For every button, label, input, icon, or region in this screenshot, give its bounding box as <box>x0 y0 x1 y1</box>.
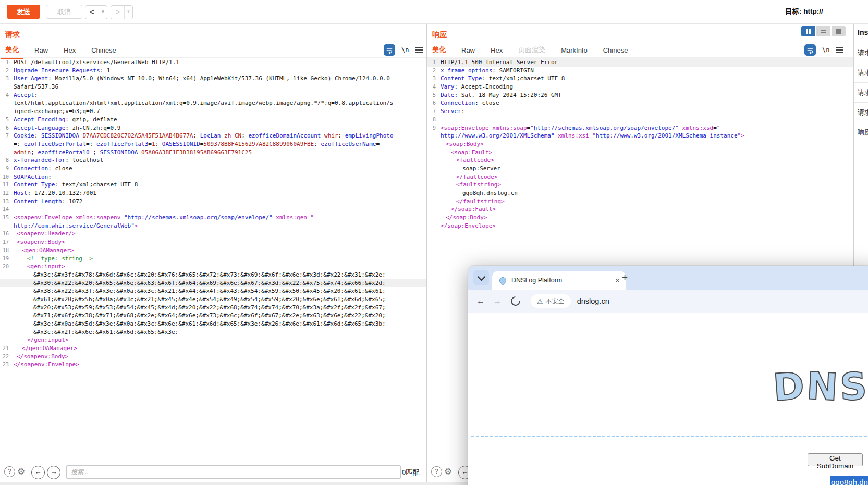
tab-Chinese[interactable]: Chinese <box>91 46 116 54</box>
code-line-wrap: &#x61;&#x20;&#x5b;&#x0a;&#x3c;&#x21;&#x4… <box>0 295 426 304</box>
next-match-button[interactable]: → <box>47 466 60 479</box>
code-line-wrap: </soap:Body> <box>427 214 853 222</box>
help-icon[interactable]: ? <box>431 466 442 477</box>
code-line-wrap: </soap:Envelope> <box>427 222 853 230</box>
inspector-row-2[interactable]: 请求 <box>854 63 868 82</box>
history-back-group: < ▼ <box>85 5 107 19</box>
code-line-1: 1HTTP/1.1 500 Internal Server Error <box>427 58 853 67</box>
search-input[interactable] <box>66 465 401 479</box>
chevron-down-icon <box>477 272 485 281</box>
tab-close-icon[interactable]: ✕ <box>615 277 620 284</box>
tab-Raw[interactable]: Raw <box>34 46 48 54</box>
history-forward-dropdown-icon[interactable]: ▼ <box>124 6 132 19</box>
code-line-4: 4Vary: Accept-Encoding <box>427 83 853 91</box>
code-line-5: 5Date: Sat, 18 May 2024 15:20:26 GMT <box>427 91 853 100</box>
code-line-wrap: http://com.whir.service/GeneralWeb"> <box>0 222 426 230</box>
code-line-19: 19<!--type: string--> <box>0 255 426 263</box>
tab-美化[interactable]: 美化 <box>5 45 19 55</box>
request-footer: ? ⚙ ← → 0匹配 <box>0 462 426 482</box>
match-count: 0匹配 <box>402 468 419 477</box>
tab-Raw[interactable]: Raw <box>461 46 475 54</box>
newline-toggle-icon[interactable]: \n <box>822 46 829 54</box>
dnslog-logo: DNSL <box>773 365 868 408</box>
selected-subdomain-text[interactable]: gqo8qh.dnslog.cn <box>830 476 868 485</box>
code-line-7: 7Server: <box>427 107 853 116</box>
newline-toggle-icon[interactable]: \n <box>401 46 409 54</box>
layout-split-horizontal-icon[interactable] <box>816 26 830 36</box>
browser-tab-dnslog[interactable]: DNSLog Platform ✕ <box>492 271 626 290</box>
code-line-6: 6Accept-Language: zh-CN,zh;q=0.9 <box>0 124 426 132</box>
code-line-wrap: &#x30;&#x22;&#x20;&#x65;&#x6e;&#x63;&#x6… <box>0 279 426 288</box>
settings-gear-icon[interactable]: ⚙ <box>17 466 25 477</box>
code-line-5: 5Accept-Encoding: gzip, deflate <box>0 116 426 124</box>
new-tab-button[interactable]: + <box>622 272 628 283</box>
code-line-8: 8x-forwarded-for: localhost <box>0 156 426 165</box>
code-line-wrap: http://www.w3.org/2001/XMLSchema" xmlns:… <box>427 132 853 140</box>
target-url-label: 目标: http:// <box>785 7 868 16</box>
menu-icon[interactable] <box>415 47 423 53</box>
inspector-title: Inspector <box>858 28 868 36</box>
code-line-22: 22</soapenv:Body> <box>0 353 426 361</box>
code-line-18: 18<gen:OAManager> <box>0 246 426 255</box>
dashed-divider <box>471 436 868 437</box>
browser-window: DNSLog Platform ✕ + ← → ⚠ 不安全 dnslog.cn … <box>468 266 868 485</box>
browser-content: DNSL Get SubDomain gqo8qh.dnslog.cn DNS … <box>468 313 868 485</box>
tab-页面渲染[interactable]: 页面渲染 <box>518 45 545 55</box>
word-wrap-icon[interactable] <box>384 44 395 56</box>
layout-single-icon[interactable] <box>832 26 846 36</box>
code-line-wrap: <soap:Fault> <box>427 148 853 157</box>
history-back-button[interactable]: < <box>85 6 99 19</box>
tab-Hex[interactable]: Hex <box>64 46 76 54</box>
menu-icon[interactable] <box>836 47 843 53</box>
request-tabs: 美化RawHexChinese <box>5 43 116 57</box>
code-line-wrap: =; ezofficeUserPortal=; ezofficePortal3=… <box>0 140 426 148</box>
history-forward-group: > ▼ <box>111 5 133 19</box>
cancel-button[interactable]: 取消 <box>46 5 82 19</box>
layout-switcher <box>801 26 846 36</box>
request-tabs-separator <box>0 57 426 58</box>
security-chip[interactable]: ⚠ 不安全 <box>531 294 571 308</box>
inspector-row-4[interactable]: 请求 <box>854 102 868 122</box>
code-line-11: 11Content-Type: text/xml;charset=UTF-8 <box>0 181 426 189</box>
browser-toolbar: ← → ⚠ 不安全 dnslog.cn <box>468 290 868 313</box>
browser-back-icon[interactable]: ← <box>476 296 485 306</box>
word-wrap-icon[interactable] <box>804 44 816 56</box>
code-line-wrap: </soap:Fault> <box>427 205 853 214</box>
request-editor[interactable]: 1POST /defaultroot/xfservices/GeneralWeb… <box>0 58 426 462</box>
security-label: 不安全 <box>546 297 565 306</box>
top-toolbar: 发送 取消 < ▼ > ▼ 目标: http:// <box>0 0 868 24</box>
get-subdomain-button[interactable]: Get SubDomain <box>808 453 863 466</box>
tab-MarkInfo[interactable]: MarkInfo <box>561 46 588 54</box>
layout-split-vertical-icon[interactable] <box>801 26 815 36</box>
tab-美化[interactable]: 美化 <box>432 45 446 55</box>
tab-Hex[interactable]: Hex <box>491 46 503 54</box>
browser-forward-icon[interactable]: → <box>493 296 502 306</box>
code-line-2: 2x-frame-options: SAMEORIGIN <box>427 67 853 75</box>
code-line-8: 8 <box>427 116 853 124</box>
code-line-wrap: <soap:Body> <box>427 140 853 148</box>
tab-Chinese[interactable]: Chinese <box>603 46 628 54</box>
inspector-row-3[interactable]: 请求 <box>854 82 868 102</box>
code-line-9: 9<soap:Envelope xmlns:soap="http://schem… <box>427 124 853 132</box>
inspector-rows: 请求请求请求请求响应 <box>854 43 868 142</box>
response-editor-icons: \n <box>804 44 843 56</box>
history-forward-button[interactable]: > <box>111 6 124 19</box>
code-line-wrap: &#x3e;&#x0a;&#x5d;&#x3e;&#x0a;&#x3c;&#x6… <box>0 320 426 328</box>
send-button[interactable]: 发送 <box>7 5 40 19</box>
help-icon[interactable]: ? <box>4 466 15 477</box>
code-line-20: 20<gen:input> <box>0 263 426 271</box>
prev-match-button[interactable]: ← <box>31 466 45 479</box>
history-back-dropdown-icon[interactable]: ▼ <box>99 6 107 19</box>
request-gutter-line <box>11 58 11 462</box>
code-line-2: 2Upgrade-Insecure-Requests: 1 <box>0 67 426 75</box>
tab-search-button[interactable] <box>473 270 489 285</box>
address-bar-url[interactable]: dnslog.cn <box>577 297 609 305</box>
inspector-row-5[interactable]: 响应 <box>854 122 868 142</box>
request-panel: 请求 美化RawHexChinese \n 1POST /defaultroot… <box>0 23 426 482</box>
code-line-wrap: &#x38;&#x22;&#x3f;&#x3e;&#x0a;&#x3c;&#x2… <box>0 287 426 295</box>
browser-reload-icon[interactable] <box>509 294 522 307</box>
code-line-wrap: &#x3c;&#x3f;&#x78;&#x6d;&#x6c;&#x20;&#x7… <box>0 271 426 279</box>
code-line-12: 12Host: 172.20.10.132:7001 <box>0 189 426 197</box>
settings-gear-icon[interactable]: ⚙ <box>444 466 452 477</box>
inspector-row-1[interactable]: 请求 <box>854 43 868 63</box>
